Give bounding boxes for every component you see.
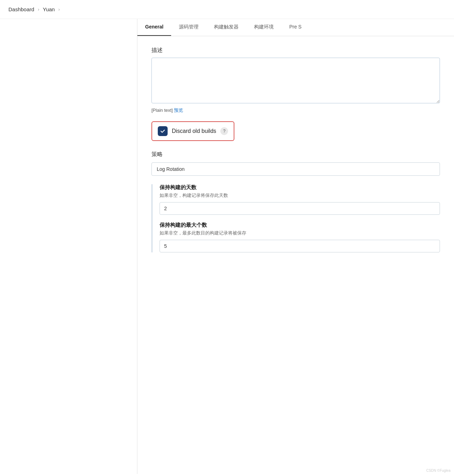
main-content: General 源码管理 构建触发器 构建环境 Pre S 描述 [Plai — [0, 19, 454, 474]
breadcrumb-sep-1: › — [38, 7, 39, 12]
strategy-section: 策略 Log Rotation 保持构建的天数 如果非空，构建记录将保存此天数 … — [151, 151, 440, 252]
strategy-select[interactable]: Log Rotation — [151, 162, 440, 176]
description-input[interactable] — [151, 58, 440, 103]
tab-source[interactable]: 源码管理 — [171, 19, 206, 36]
checkmark-icon — [160, 128, 166, 134]
breadcrumb: Dashboard › Yuan › — [0, 0, 454, 19]
discard-builds-help-icon[interactable]: ? — [220, 127, 228, 135]
tab-pre[interactable]: Pre S — [281, 19, 309, 36]
discard-builds-row: Discard old builds ? — [151, 121, 234, 141]
keep-days-field: 保持构建的天数 如果非空，构建记录将保存此天数 — [160, 184, 440, 215]
watermark: CSDN ©Fuglea — [426, 469, 450, 472]
breadcrumb-yuan[interactable]: Yuan — [43, 6, 55, 12]
discard-builds-checkbox[interactable] — [158, 126, 168, 136]
keep-days-desc: 如果非空，构建记录将保存此天数 — [160, 192, 440, 199]
keep-days-label: 保持构建的天数 — [160, 184, 440, 191]
keep-max-field: 保持构建的最大个数 如果非空，最多此数目的构建记录将被保存 — [160, 222, 440, 252]
content-area: 描述 [Plain text] 预览 Discard old builds ? — [137, 36, 454, 270]
plain-text-label: [Plain text] — [151, 108, 173, 113]
tab-env[interactable]: 构建环境 — [246, 19, 281, 36]
plain-text-row: [Plain text] 预览 — [151, 107, 440, 114]
left-panel — [0, 19, 137, 474]
breadcrumb-sep-2: › — [58, 7, 60, 12]
log-rotation-sub-section: 保持构建的天数 如果非空，构建记录将保存此天数 保持构建的最大个数 如果非空，最… — [151, 184, 440, 252]
description-label: 描述 — [151, 47, 440, 54]
keep-max-desc: 如果非空，最多此数目的构建记录将被保存 — [160, 230, 440, 236]
right-panel: General 源码管理 构建触发器 构建环境 Pre S 描述 [Plai — [137, 19, 454, 474]
discard-builds-label: Discard old builds — [172, 128, 216, 134]
description-section: 描述 [Plain text] 预览 — [151, 47, 440, 114]
strategy-label: 策略 — [151, 151, 440, 158]
tab-trigger[interactable]: 构建触发器 — [206, 19, 246, 36]
keep-max-label: 保持构建的最大个数 — [160, 222, 440, 229]
keep-max-input[interactable] — [160, 240, 440, 252]
breadcrumb-dashboard[interactable]: Dashboard — [8, 6, 34, 12]
preview-link[interactable]: 预览 — [174, 108, 183, 113]
keep-days-input[interactable] — [160, 202, 440, 215]
tab-general[interactable]: General — [137, 19, 171, 36]
tab-bar: General 源码管理 构建触发器 构建环境 Pre S — [137, 19, 454, 36]
